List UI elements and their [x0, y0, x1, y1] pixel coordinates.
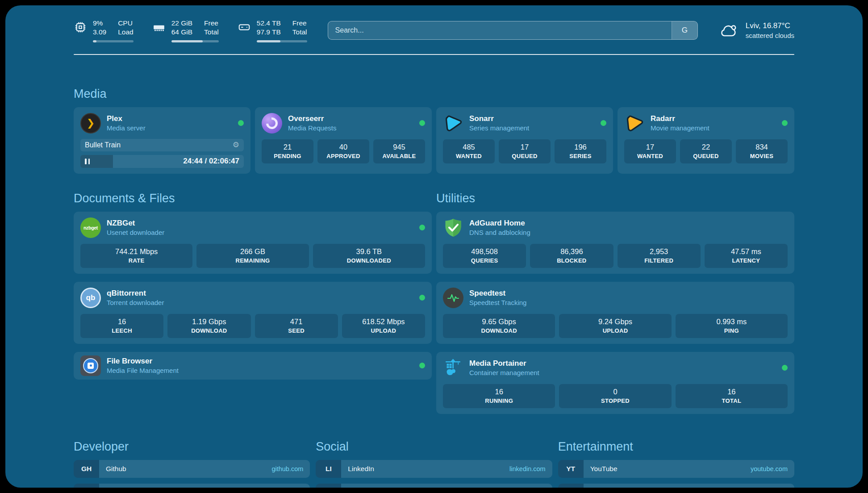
disk-free-label: Free [292, 19, 307, 28]
dashboard-canvas: 9% 3.09 CPU Load [5, 5, 863, 488]
link-stackoverflow[interactable]: SO StackOverflow stackoverflow.com [74, 484, 310, 488]
sonarr-icon [443, 113, 463, 134]
cpu-icon [74, 21, 87, 34]
radarr-icon [624, 113, 645, 134]
pause-icon[interactable] [85, 159, 90, 164]
stat-box: 47.57 ms LATENCY [705, 244, 788, 268]
adguard-icon [443, 217, 463, 238]
qbittorrent-icon: qb [80, 288, 101, 308]
disk-progress-bar [257, 40, 307, 42]
app-subtitle: Series management [469, 124, 529, 132]
gear-icon[interactable]: ⚙ [233, 141, 239, 149]
stat-box: 17 WANTED [624, 139, 676, 163]
link-url: youtube.com [751, 465, 788, 472]
app-subtitle: Media File Management [107, 367, 179, 374]
links-column-social: Social LI LinkedIn linkedin.com TW Twitt… [316, 440, 552, 488]
disk-icon [238, 21, 251, 34]
app-card-radarr[interactable]: Radarr Movie management 17 WANTED 22 QUE… [618, 107, 794, 174]
app-subtitle: Media server [107, 124, 146, 132]
app-card-nzbget[interactable]: nzbget NZBGet Usenet downloader 744.21 M… [74, 212, 432, 274]
link-label: YouTube [590, 465, 618, 473]
app-subtitle: Movie management [651, 124, 709, 132]
search-engine-button[interactable]: G [672, 21, 697, 39]
app-card-filebrowser[interactable]: File Browser Media File Management [74, 352, 432, 380]
stat-box: 39.6 TB DOWNLOADED [313, 244, 425, 268]
link-abbr-badge: SO [74, 484, 99, 488]
app-name: Media Portainer [469, 359, 539, 368]
hardware-stats: 9% 3.09 CPU Load [74, 19, 307, 42]
stat-box: 471 SEED [255, 314, 338, 338]
app-subtitle: Usenet downloader [107, 229, 164, 236]
link-youtube[interactable]: YT YouTube youtube.com [558, 460, 794, 478]
app-name: qBittorrent [107, 289, 164, 298]
cpu-progress-bar [93, 40, 134, 42]
status-dot [238, 120, 244, 126]
link-netflix[interactable]: NF Netflix netflix.com [558, 484, 794, 488]
link-url: linkedin.com [509, 465, 546, 472]
app-name: File Browser [107, 357, 179, 366]
app-card-adguard[interactable]: AdGuard Home DNS and adblocking 498,508 … [436, 212, 794, 274]
app-name: Plex [107, 114, 146, 123]
stat-box: 9.65 Gbps DOWNLOAD [443, 314, 555, 338]
link-abbr-badge: YT [558, 460, 584, 478]
search-bar[interactable]: G [328, 21, 698, 40]
app-card-qbittorrent[interactable]: qb qBittorrent Torrent downloader 16 LEE… [74, 282, 432, 344]
link-abbr-badge: LI [316, 460, 341, 478]
app-card-speedtest[interactable]: Speedtest Speedtest Tracking 9.65 Gbps D… [436, 282, 794, 344]
cpu-usage-value: 9% [93, 19, 106, 28]
ram-icon [152, 21, 166, 34]
section-title-entertainment: Entertainment [558, 440, 794, 454]
stat-box: 266 GB REMAINING [196, 244, 309, 268]
top-bar: 9% 3.09 CPU Load [74, 5, 794, 42]
app-name: Sonarr [469, 114, 529, 123]
link-linkedin[interactable]: LI LinkedIn linkedin.com [316, 460, 552, 478]
link-twitter[interactable]: TW Twitter twitter.com [316, 484, 552, 488]
stat-box: 16 TOTAL [676, 384, 788, 408]
weather-condition: scattered clouds [746, 32, 794, 39]
app-subtitle: Media Requests [288, 124, 336, 132]
status-dot [419, 225, 425, 230]
cpu-label: CPU [118, 19, 133, 28]
stat-box: 485 WANTED [443, 139, 495, 163]
stat-box: 16 LEECH [80, 314, 163, 338]
app-subtitle: DNS and adblocking [469, 229, 530, 236]
playback-time: 24:44 / 02:06:47 [183, 157, 239, 166]
stat-box: 16 RUNNING [443, 384, 555, 408]
status-dot [782, 120, 788, 126]
portainer-icon [443, 358, 463, 378]
app-subtitle: Container management [469, 369, 539, 376]
stat-box: 945 AVAILABLE [373, 139, 425, 163]
cpu-stat: 9% 3.09 CPU Load [74, 19, 134, 42]
app-card-portainer[interactable]: Media Portainer Container management 16 … [436, 352, 794, 414]
now-playing-row[interactable]: Bullet Train ⚙ [80, 139, 244, 151]
stat-box: 1.19 Gbps DOWNLOAD [167, 314, 250, 338]
cpu-load-value: 3.09 [93, 28, 106, 37]
stat-box: 21 PENDING [262, 139, 313, 163]
app-card-sonarr[interactable]: Sonarr Series management 485 WANTED 17 Q… [436, 107, 613, 174]
overseerr-icon [262, 113, 282, 134]
status-dot [782, 365, 788, 371]
app-card-overseerr[interactable]: Overseerr Media Requests 21 PENDING 40 A… [255, 107, 432, 174]
stat-box: 86,396 BLOCKED [530, 244, 613, 268]
app-card-plex[interactable]: ❯ Plex Media server Bullet Train ⚙ 24:44… [74, 107, 250, 174]
app-name: Speedtest [469, 289, 526, 298]
link-abbr-badge: NF [558, 484, 584, 488]
stat-box: 834 MOVIES [736, 139, 788, 163]
stat-box: 17 QUEUED [499, 139, 551, 163]
section-title-social: Social [316, 440, 552, 454]
links-column-entertainment: Entertainment YT YouTube youtube.com NF … [558, 440, 794, 488]
disk-total-label: Total [292, 28, 307, 37]
stat-box: 744.21 Mbps RATE [80, 244, 192, 268]
search-input[interactable] [328, 21, 672, 39]
disk-free-value: 52.4 TB [257, 19, 281, 28]
playback-progress-bar[interactable]: 24:44 / 02:06:47 [80, 155, 244, 168]
app-name: Overseerr [288, 114, 336, 123]
disk-stat: 52.4 TB 97.9 TB Free Total [238, 19, 307, 42]
app-name: NZBGet [107, 219, 164, 228]
nzbget-icon: nzbget [80, 217, 101, 238]
link-github[interactable]: GH Github github.com [74, 460, 310, 478]
links-column-developer: Developer GH Github github.com SO StackO… [74, 440, 310, 488]
ram-free-label: Free [204, 19, 218, 28]
link-label: Github [106, 465, 126, 473]
section-title-developer: Developer [74, 440, 310, 454]
